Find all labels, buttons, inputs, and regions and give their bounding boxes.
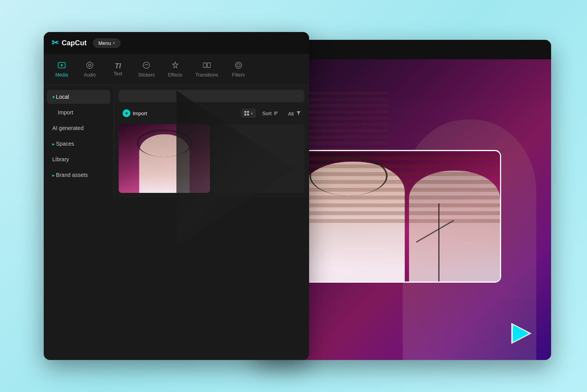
import-button[interactable]: + Import [119, 107, 151, 119]
svg-point-5 [143, 62, 149, 68]
svg-point-2 [87, 62, 93, 68]
search-wrapper [119, 90, 304, 102]
tab-text-label: Text [114, 71, 122, 77]
effects-icon [171, 61, 180, 71]
capcut-logo-icon: ✂ [52, 38, 59, 48]
text-icon: TI [115, 62, 121, 69]
sidebar-item-library[interactable]: Library [47, 152, 110, 166]
sidebar-item-ai-generated[interactable]: AI generated [47, 121, 110, 135]
svg-rect-13 [244, 111, 246, 113]
svg-point-9 [235, 62, 242, 68]
svg-rect-15 [244, 114, 246, 116]
svg-rect-7 [207, 63, 210, 68]
svg-rect-16 [247, 114, 249, 116]
sidebar: Local Import AI generated Spaces Library… [44, 85, 114, 198]
play-cursor [508, 321, 532, 344]
import-plus-icon: + [123, 109, 130, 117]
menu-button[interactable]: Menu [93, 38, 121, 48]
svg-rect-14 [247, 111, 249, 113]
tab-effects-label: Effects [168, 72, 182, 78]
sort-button[interactable]: Sort [259, 109, 282, 118]
tab-filters-label: Filters [232, 72, 245, 78]
sidebar-item-spaces[interactable]: Spaces [47, 137, 110, 151]
media-icon [57, 61, 66, 71]
title-bar: ✂ CapCut Menu [44, 32, 309, 54]
svg-marker-22 [513, 325, 529, 342]
sidebar-item-brand-assets[interactable]: Brand assets [47, 168, 110, 182]
tab-text[interactable]: TI Text [104, 59, 132, 80]
editor-window: ✂ CapCut Menu Media [44, 32, 309, 360]
tab-stickers[interactable]: Stickers [132, 58, 161, 81]
media-thumb-1[interactable] [119, 124, 210, 193]
svg-marker-1 [61, 64, 63, 66]
tab-effects[interactable]: Effects [161, 58, 189, 81]
sidebar-item-local[interactable]: Local [47, 90, 110, 104]
content-area: Local Import AI generated Spaces Library… [44, 85, 309, 198]
svg-rect-6 [203, 63, 206, 68]
tab-media-label: Media [55, 72, 68, 78]
app-name: CapCut [62, 39, 87, 47]
tab-audio-label: Audio [84, 72, 96, 78]
media-thumb-empty [213, 124, 304, 193]
filter-button[interactable]: All [285, 108, 304, 119]
tab-stickers-label: Stickers [138, 72, 155, 78]
tab-filters[interactable]: Filters [224, 58, 253, 81]
filter-label: All [288, 111, 294, 117]
media-toolbar-actions: + Import ▾ Sort [119, 107, 304, 119]
sidebar-item-import[interactable]: Import [47, 105, 110, 119]
import-label: Import [133, 110, 147, 116]
tab-transitions-label: Transitions [196, 72, 218, 78]
view-toggle-arrow: ▾ [251, 111, 253, 116]
audio-icon [85, 61, 94, 71]
tab-transitions[interactable]: Transitions [189, 58, 224, 81]
sort-label: Sort [262, 110, 272, 116]
stickers-icon [142, 61, 151, 71]
svg-marker-20 [297, 111, 301, 115]
tab-audio[interactable]: Audio [76, 58, 104, 81]
toolbar: Media Audio TI Text [44, 54, 309, 85]
transitions-icon [203, 61, 211, 71]
svg-point-3 [89, 64, 91, 66]
media-panel: + Import ▾ Sort [114, 85, 309, 198]
filters-icon [234, 61, 243, 71]
fg-video-frame [283, 150, 501, 283]
svg-point-10 [237, 64, 240, 67]
media-grid [119, 124, 304, 193]
tab-media[interactable]: Media [48, 58, 76, 81]
search-input[interactable] [119, 90, 304, 102]
view-toggle-button[interactable]: ▾ [241, 109, 256, 118]
logo-area: ✂ CapCut [52, 38, 87, 48]
